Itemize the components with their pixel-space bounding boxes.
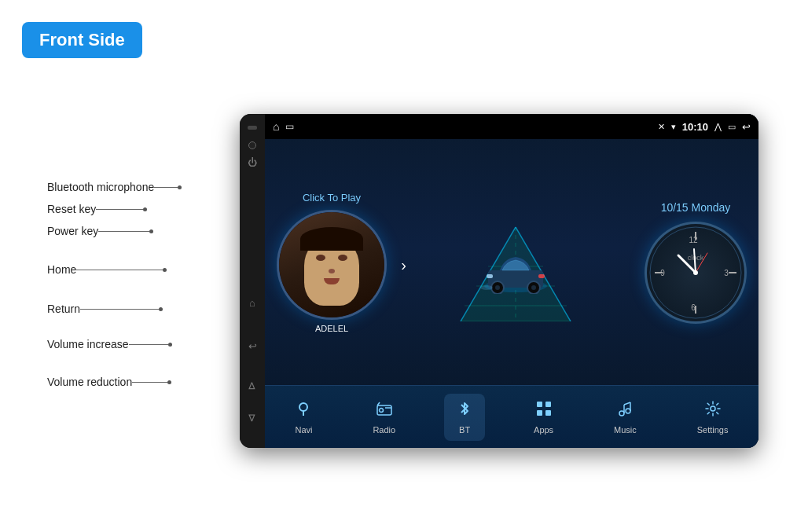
annotation-line [154,187,178,188]
analog-clock: 12 3 6 9 clock [645,222,747,324]
svg-text:6: 6 [691,303,696,312]
return-button[interactable]: ↩ [248,340,257,352]
svg-point-30 [299,403,307,411]
annotation-dot [143,207,147,211]
annotation-dot [178,185,182,189]
screen: ⌂ ▭ ✕ ▾ 10:10 ⋀ ▭ ↩ Click To Play ‹ [265,114,758,448]
car-svg [480,251,551,294]
head-unit: ⏻ ⌂ ↩ ⊲ ⊳ ⌂ ▭ ✕ ▾ 10:10 ⋀ ▭ ↩ [240,114,758,448]
annotation-home: Home [47,263,167,276]
back-icon: ↩ [742,121,751,133]
bt-icon [456,400,473,422]
svg-text:3: 3 [724,269,729,277]
annotation-dot [149,229,153,233]
status-bar-left: ⌂ ▭ [273,120,294,133]
apps-icon [535,400,553,422]
svg-point-40 [619,411,624,416]
album-art[interactable] [277,210,387,320]
settings-label: Settings [697,425,729,435]
svg-point-15 [480,285,493,290]
clock-svg: 12 3 6 9 clock [648,226,743,320]
annotation-line [132,382,167,383]
volume-down-button[interactable]: ⊳ [246,413,259,423]
artist-name: ADELEL [315,324,348,333]
nav-bt[interactable]: BT [444,394,485,441]
svg-point-12 [531,285,536,290]
home-button[interactable]: ⌂ [249,297,255,309]
annotation-line [80,309,159,310]
annotation-line [129,344,168,345]
settings-icon [704,400,722,422]
svg-text:9: 9 [660,269,665,277]
svg-rect-38 [537,410,542,416]
svg-point-45 [711,406,715,411]
click-to-play-label: Click To Play [303,192,361,204]
music-label: Music [614,425,637,435]
annotation-dot [163,268,167,272]
nav-apps[interactable]: Apps [522,394,565,441]
svg-rect-36 [537,402,542,407]
svg-rect-39 [545,410,551,416]
nav-settings[interactable]: Settings [685,394,740,441]
nav-music[interactable]: Music [602,394,648,441]
annotation-reset: Reset key [47,203,147,215]
bluetooth-status-icon: ✕ [658,122,665,132]
annotation-line [76,270,163,270]
annotation-bluetooth: Bluetooth microphone [47,181,182,193]
time-display: 10:10 [682,121,708,133]
main-content: Click To Play ‹ [265,139,758,385]
wifi-icon: ▾ [671,122,676,132]
volume-up-button[interactable]: ⊲ [246,381,259,391]
status-bar-right: ✕ ▾ 10:10 ⋀ ▭ ↩ [658,121,751,133]
navi-icon [295,400,312,422]
music-player-section: Click To Play ‹ [277,192,387,333]
svg-text:clock: clock [688,254,704,262]
apps-label: Apps [534,425,553,435]
annotation-power: Power key [47,225,153,237]
date-display: 10/15 Monday [661,201,731,214]
nav-navi[interactable]: Navi [283,394,324,441]
annotation-volume-reduction: Volume reduction [47,376,171,388]
annotation-dot [159,307,163,311]
svg-text:12: 12 [689,236,698,244]
radio-label: Radio [373,425,395,435]
svg-line-27 [694,249,696,273]
nav-bar: Navi Radio [265,385,758,448]
annotation-dot [167,380,171,384]
annotation-line [98,231,149,232]
expand-icon: ⋀ [714,122,722,132]
annotation-volume-increase: Volume increase [47,338,172,350]
clock-section: 10/15 Monday 12 3 6 9 [645,201,747,324]
annotation-dot [168,343,172,347]
car-image [480,251,551,297]
svg-line-44 [624,402,630,405]
svg-point-29 [693,270,698,275]
svg-rect-13 [487,274,493,278]
home-icon: ⌂ [273,120,279,133]
radio-icon [376,400,393,422]
mic-indicator [248,126,257,130]
music-icon [616,400,634,422]
front-side-badge: Front Side [22,22,142,58]
annotation-return: Return [47,303,163,315]
svg-rect-37 [545,402,551,407]
navi-label: Navi [295,425,312,435]
window-icon: ▭ [728,122,736,132]
annotation-line [96,209,143,210]
svg-point-41 [626,409,630,413]
bt-label: BT [459,425,470,435]
road-display [445,204,586,321]
svg-rect-14 [538,274,545,278]
power-button[interactable]: ⏻ [248,157,257,168]
status-bar: ⌂ ▭ ✕ ▾ 10:10 ⋀ ▭ ↩ [265,114,758,139]
reset-button[interactable] [248,141,256,149]
car-visualization [387,204,645,321]
nav-radio[interactable]: Radio [361,394,407,441]
svg-point-33 [379,408,383,412]
svg-point-11 [495,285,500,290]
battery-icon: ▭ [285,121,294,132]
